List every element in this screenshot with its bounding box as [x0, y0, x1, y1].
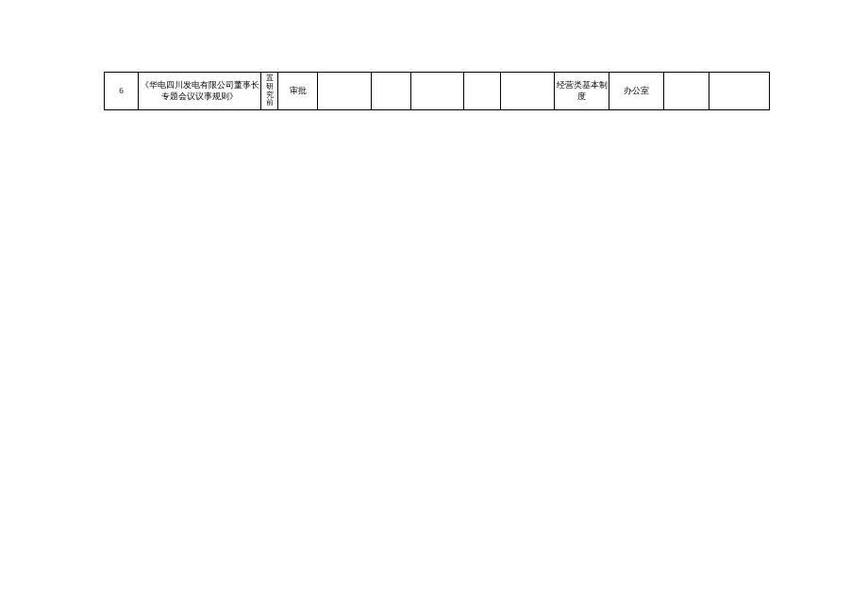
cell-c4	[318, 73, 372, 110]
cell-c12	[709, 73, 770, 110]
cell-c5	[372, 73, 411, 110]
cell-title: 《华电四川发电有限公司董事长专题会议议事规则》	[139, 73, 261, 110]
document-table: 6 《华电四川发电有限公司董事长专题会议议事规则》 置研究前 审批 经营类基本制…	[104, 72, 770, 110]
cell-c8	[501, 73, 555, 110]
cell-action: 审批	[278, 73, 318, 110]
table-row: 6 《华电四川发电有限公司董事长专题会议议事规则》 置研究前 审批 经营类基本制…	[105, 73, 770, 110]
cell-category: 经营类基本制度	[555, 73, 609, 110]
cell-department: 办公室	[609, 73, 664, 110]
cell-c6	[411, 73, 464, 110]
cell-index: 6	[105, 73, 139, 110]
document-table-container: 6 《华电四川发电有限公司董事长专题会议议事规则》 置研究前 审批 经营类基本制…	[104, 72, 769, 110]
cell-c7	[464, 73, 501, 110]
cell-c11	[664, 73, 709, 110]
cell-stage: 置研究前	[261, 73, 278, 110]
